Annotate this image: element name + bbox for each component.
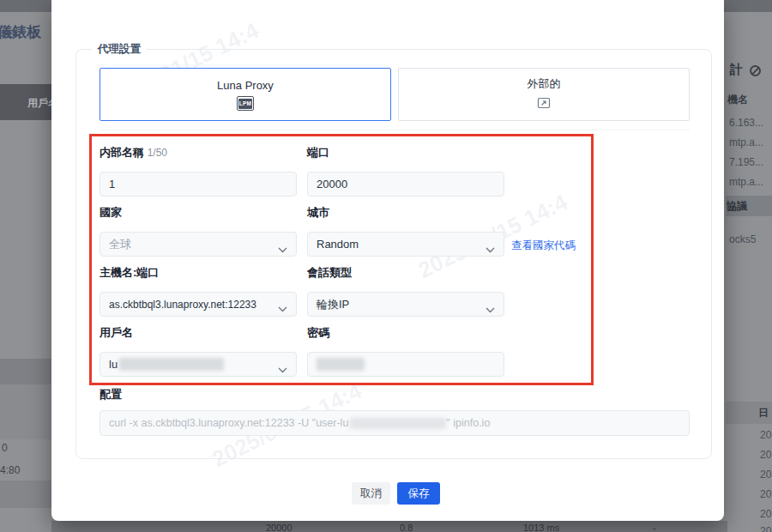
- stat-label: 計: [730, 62, 743, 78]
- table-cell: 6.163...: [729, 117, 763, 129]
- table-cell: 20: [760, 449, 771, 461]
- internal-name-input[interactable]: 1: [100, 172, 297, 196]
- tab-label: 外部的: [528, 76, 561, 92]
- field-label-config: 配置: [100, 387, 122, 402]
- field-label-hostname-port: 主機名:端口: [100, 265, 159, 281]
- table-cell: 4:80: [0, 464, 20, 476]
- chevron-down-icon: [278, 303, 287, 315]
- table-cell: 20: [760, 429, 771, 441]
- field-label-city: 城市: [307, 205, 329, 221]
- table-cell: 0: [2, 442, 8, 454]
- port-input[interactable]: 20000: [307, 172, 504, 196]
- table-cell: 20: [760, 488, 771, 500]
- table-cell: 1013 ms: [523, 523, 559, 532]
- save-button[interactable]: 保存: [397, 482, 440, 505]
- tab-luna-proxy[interactable]: Luna Proxy LPM: [100, 68, 391, 121]
- proxy-settings-modal: 2025/01/15 14:4 2025/01/15 14:4 2025/01/…: [51, 0, 724, 521]
- table-cell: 20: [760, 469, 771, 481]
- chevron-down-icon: [486, 243, 495, 256]
- field-label-port: 端口: [307, 145, 329, 160]
- table-cell: 20: [760, 525, 771, 532]
- lpm-icon: LPM: [237, 96, 254, 111]
- redacted-password: [317, 358, 365, 371]
- table-cell: 20000: [266, 523, 293, 532]
- cancel-button[interactable]: 取消: [352, 482, 390, 505]
- char-counter: 1/50: [148, 147, 167, 159]
- table-cell: -: [653, 523, 656, 532]
- chevron-down-icon: [486, 303, 495, 316]
- hostname-port-select[interactable]: as.ckbtbql3.lunaproxy.net:12233: [100, 292, 297, 317]
- session-type-select[interactable]: 輪換IP: [307, 292, 504, 317]
- password-input[interactable]: [307, 352, 504, 377]
- field-label-country: 國家: [100, 205, 122, 221]
- country-select[interactable]: 全球: [100, 232, 297, 257]
- column-header-hostname: 機名: [727, 93, 748, 107]
- screen: 儀錶板 用戶名 0 4:80 計 機名 6.163... mtp.a... 7.…: [0, 0, 772, 532]
- chevron-down-icon: [278, 243, 287, 256]
- table-cell-socks5: ocks5: [729, 233, 756, 245]
- prohibition-icon: [750, 65, 761, 76]
- page-title-dashboard: 儀錶板: [0, 22, 41, 42]
- table-cell: 7.195...: [729, 156, 763, 168]
- tab-external[interactable]: 外部的: [398, 68, 690, 121]
- table-cell: mtp.a...: [729, 136, 763, 148]
- column-header-protocol: 協議: [727, 199, 747, 214]
- field-label-password: 密碼: [307, 325, 329, 341]
- redacted-username: [119, 358, 224, 371]
- section-title: 代理設置: [92, 42, 147, 57]
- table-cell: 0.8: [400, 523, 413, 532]
- chevron-down-icon: [278, 363, 287, 376]
- field-label-session-type: 會話類型: [307, 265, 352, 281]
- field-label-username: 用戶名: [100, 325, 133, 341]
- view-country-codes-link[interactable]: 查看國家代碼: [511, 239, 576, 253]
- city-select[interactable]: Random: [307, 232, 504, 257]
- field-label-internal-name: 内部名稱 1/50: [100, 145, 167, 160]
- divider: [100, 130, 690, 130]
- external-link-icon: [537, 96, 551, 113]
- column-header-date: 日: [758, 406, 769, 420]
- table-cell: 20: [760, 508, 771, 520]
- redacted-config-credential: [350, 418, 446, 429]
- tab-label: Luna Proxy: [217, 79, 274, 92]
- table-cell: mtp.a...: [729, 176, 763, 188]
- proxy-settings-fieldset: 代理設置 Luna Proxy LPM 外部的 内部名稱 1/50: [75, 49, 712, 459]
- config-command-input[interactable]: curl -x as.ckbtbql3.lunaproxy.net:12233 …: [100, 410, 690, 436]
- username-select[interactable]: lu: [100, 352, 297, 377]
